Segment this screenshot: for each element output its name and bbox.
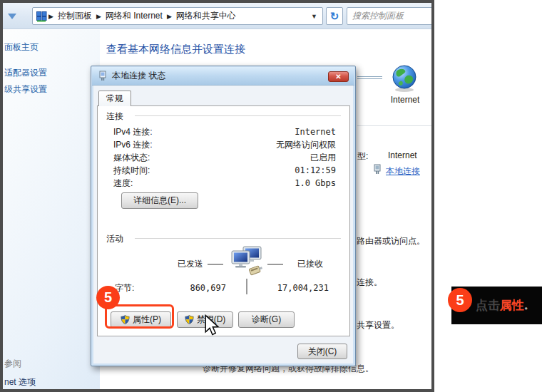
address-bar[interactable]: ▶ 控制面板 ▶ 网络和 Internet ▶ 网络和共享中心 ▼ (32, 7, 323, 25)
sidebar-item-home[interactable]: 面板主页 (4, 41, 39, 53)
callout-highlight-text: 属性 (500, 297, 524, 314)
row-value: Internet (295, 125, 336, 138)
breadcrumb-control-panel[interactable]: 控制面板 (55, 10, 95, 22)
received-label: 已接收 (297, 258, 323, 269)
screenshot-frame: ▶ 控制面板 ▶ 网络和 Internet ▶ 网络和共享中心 ▼ ↻ 搜索控制… (0, 0, 434, 392)
connection-detail-rows: IPv4 连接: Internet IPv6 连接: 无网络访问权限 媒体状态:… (113, 125, 336, 190)
details-button-label: 详细信息(E)... (133, 195, 186, 207)
clipped-text-connect: 连接。 (357, 277, 382, 289)
internet-globe-icon (391, 64, 418, 93)
step-badge: 5 (96, 286, 120, 309)
activity-connector-line (267, 264, 283, 265)
network-adapter-icon (372, 164, 382, 175)
breadcrumb-separator: ▶ (95, 13, 103, 20)
row-label: 持续时间: (113, 164, 150, 177)
row-label: 速度: (113, 177, 133, 190)
dialog-titlebar[interactable]: 本地连接 状态 (92, 67, 354, 86)
navigation-toolbar: ▶ 控制面板 ▶ 网络和 Internet ▶ 网络和共享中心 ▼ ↻ 搜索控制… (3, 3, 431, 29)
network-map-line (357, 76, 382, 77)
mouse-cursor (203, 314, 220, 337)
local-connection-link[interactable]: 本地连接 (386, 165, 420, 177)
row-ipv6: IPv6 连接: 无网络访问权限 (113, 138, 336, 151)
sidebar-see-also: 参阅 (4, 358, 21, 370)
connection-group-label: 连接 (106, 110, 123, 123)
bytes-separator (246, 279, 247, 294)
close-icon[interactable]: ✕ (328, 71, 349, 82)
sidebar-item-adapter[interactable]: 适配器设置 (4, 67, 47, 79)
sidebar-item-internet-options[interactable]: net 选项 (4, 376, 36, 388)
diagnose-button-label: 诊断(G) (252, 314, 281, 326)
diagnose-button[interactable]: 诊断(G) (238, 311, 295, 328)
uac-shield-icon (185, 315, 194, 324)
clipped-text-router: 路由器或访问点。 (357, 235, 425, 247)
sidebar-item-sharing[interactable]: 级共享设置 (4, 83, 47, 96)
breadcrumb-sharing-center[interactable]: 网络和共享中心 (173, 10, 239, 22)
group-divider (135, 115, 341, 116)
sent-label: 已发送 (178, 258, 203, 269)
network-adapter-icon (98, 71, 108, 81)
details-button[interactable]: 详细信息(E)... (121, 192, 198, 209)
refresh-icon[interactable]: ↻ (326, 7, 343, 25)
row-duration: 持续时间: 01:12:59 (113, 164, 336, 177)
row-label: IPv4 连接: (113, 125, 153, 138)
step-highlight-box (105, 304, 174, 329)
row-ipv4: IPv4 连接: Internet (113, 125, 336, 138)
search-input[interactable]: 搜索控制面板 (347, 7, 434, 25)
activity-group-label: 活动 (106, 233, 123, 245)
tab-general[interactable]: 常规 (98, 91, 131, 106)
close-button[interactable]: 关闭(C) (297, 344, 347, 359)
connection-type-value: Internet (388, 150, 417, 160)
connection-type-label: 型: (357, 150, 368, 163)
address-dropdown-icon[interactable]: ▼ (311, 13, 319, 20)
network-map-line (357, 78, 382, 79)
network-icon (36, 11, 47, 22)
close-button-label: 关闭(C) (308, 346, 337, 358)
general-tab-page: 连接 IPv4 连接: Internet IPv6 连接: 无网络访问权限 媒体… (97, 105, 350, 336)
row-speed: 速度: 1.0 Gbps (113, 177, 336, 190)
section-divider (357, 125, 433, 126)
step-badge: 5 (448, 288, 472, 312)
row-label: IPv6 连接: (113, 138, 153, 151)
callout-punctuation: 。 (524, 299, 533, 312)
activity-connector-line (208, 264, 223, 265)
row-value: 已启用 (310, 151, 336, 164)
row-value: 01:12:59 (295, 164, 336, 177)
back-history-icon[interactable] (8, 14, 16, 19)
received-bytes-value: 17,004,231 (269, 283, 329, 293)
page-title: 查看基本网络信息并设置连接 (106, 43, 245, 56)
dialog-title: 本地连接 状态 (112, 70, 165, 82)
internet-node-label: Internet (389, 95, 421, 105)
task-sidebar: 面板主页 适配器设置 级共享设置 参阅 net 选项 (3, 30, 100, 392)
row-value: 1.0 Gbps (295, 177, 336, 190)
breadcrumb-separator: ▶ (165, 13, 173, 20)
sent-bytes-value: 860,697 (169, 283, 226, 293)
breadcrumb-network-internet[interactable]: 网络和 Internet (103, 10, 165, 22)
row-label: 媒体状态: (113, 151, 150, 164)
breadcrumb-separator: ▶ (47, 13, 55, 20)
clipped-text-sharing: 共享设置。 (357, 319, 399, 331)
computers-icon (229, 246, 263, 277)
callout-text: 点击 (476, 297, 500, 314)
row-value: 无网络访问权限 (276, 138, 336, 151)
row-media-state: 媒体状态: 已启用 (113, 151, 336, 164)
group-divider (135, 238, 341, 239)
